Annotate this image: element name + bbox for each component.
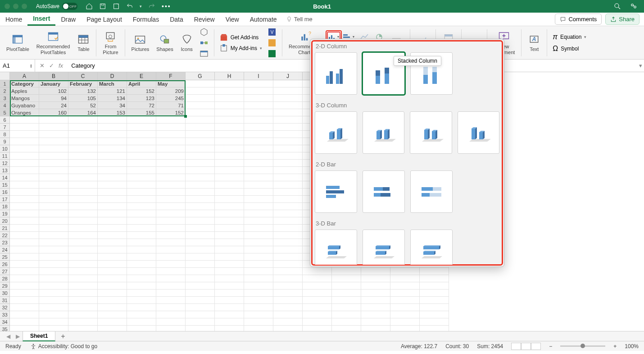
cell[interactable] — [10, 160, 39, 167]
cell[interactable] — [98, 311, 127, 318]
cell[interactable] — [127, 282, 156, 290]
cell[interactable] — [156, 116, 186, 124]
cancel-formula-icon[interactable]: ✕ — [40, 62, 45, 69]
cell[interactable] — [186, 109, 215, 116]
cell[interactable] — [98, 196, 127, 203]
row-header-28[interactable]: 28 — [0, 275, 10, 282]
cell[interactable] — [68, 196, 98, 203]
cell[interactable] — [273, 311, 303, 318]
cell[interactable] — [186, 131, 215, 138]
cell[interactable] — [68, 326, 98, 331]
cell[interactable] — [215, 109, 244, 116]
chart-option[interactable] — [363, 111, 405, 154]
cell[interactable] — [186, 95, 215, 102]
cell[interactable] — [10, 174, 39, 181]
cell[interactable] — [68, 282, 98, 290]
cell[interactable] — [332, 268, 361, 275]
cell[interactable] — [127, 261, 156, 268]
cell[interactable] — [215, 138, 244, 145]
cell[interactable] — [156, 225, 186, 232]
cell[interactable] — [215, 124, 244, 131]
cell[interactable] — [273, 318, 303, 326]
row-header-18[interactable]: 18 — [0, 203, 10, 210]
cell[interactable] — [186, 318, 215, 326]
cell[interactable] — [127, 311, 156, 318]
cell[interactable] — [156, 210, 186, 217]
cell[interactable] — [10, 210, 39, 217]
row-header-29[interactable]: 29 — [0, 282, 10, 290]
enter-formula-icon[interactable]: ✓ — [49, 62, 54, 69]
autosave-switch[interactable]: OFF — [62, 3, 77, 10]
cell[interactable] — [10, 318, 39, 326]
symbol-button[interactable]: Ω Symbol — [553, 45, 586, 53]
cell[interactable] — [273, 138, 303, 145]
cell[interactable] — [39, 239, 68, 246]
cell[interactable]: Guyabano — [10, 102, 39, 109]
cell[interactable] — [10, 152, 39, 160]
cell[interactable] — [361, 275, 390, 282]
cell[interactable] — [273, 152, 303, 160]
cell[interactable] — [10, 188, 39, 196]
maximize-window-icon[interactable] — [22, 4, 27, 9]
cell[interactable] — [127, 203, 156, 210]
chart-option[interactable] — [315, 170, 357, 213]
accessibility-status[interactable]: Accessibility: Good to go — [30, 343, 97, 349]
row-header-23[interactable]: 23 — [0, 239, 10, 246]
cell[interactable] — [390, 318, 420, 326]
cell[interactable] — [156, 174, 186, 181]
cell[interactable] — [390, 275, 420, 282]
cell[interactable] — [273, 102, 303, 109]
cell[interactable] — [244, 326, 273, 331]
cell[interactable] — [10, 304, 39, 311]
cell[interactable] — [68, 261, 98, 268]
row-header-21[interactable]: 21 — [0, 225, 10, 232]
cell[interactable] — [244, 261, 273, 268]
row-header-24[interactable]: 24 — [0, 246, 10, 253]
tab-insert[interactable]: Insert — [27, 13, 55, 26]
cell[interactable] — [186, 304, 215, 311]
cell[interactable] — [156, 311, 186, 318]
cell[interactable] — [215, 131, 244, 138]
zoom-slider[interactable] — [560, 345, 605, 347]
cell[interactable] — [68, 203, 98, 210]
cell[interactable] — [68, 145, 98, 152]
cell[interactable] — [244, 225, 273, 232]
cell[interactable] — [127, 225, 156, 232]
column-header-H[interactable]: H — [215, 72, 244, 80]
cell[interactable] — [68, 167, 98, 174]
cell[interactable] — [273, 268, 303, 275]
column-header-D[interactable]: D — [98, 72, 127, 80]
cell[interactable] — [186, 102, 215, 109]
cell[interactable] — [156, 152, 186, 160]
cell[interactable] — [215, 167, 244, 174]
cell[interactable] — [10, 225, 39, 232]
cell[interactable] — [215, 304, 244, 311]
cell[interactable] — [215, 275, 244, 282]
cell[interactable] — [244, 181, 273, 188]
comments-button[interactable]: Comments — [555, 14, 602, 25]
cell[interactable] — [215, 268, 244, 275]
cell[interactable]: Oranges — [10, 109, 39, 116]
my-addins-button[interactable]: My Add-ins ▾ — [220, 44, 262, 52]
row-header-16[interactable]: 16 — [0, 188, 10, 196]
3d-models-icon[interactable] — [200, 28, 209, 37]
cell[interactable] — [156, 304, 186, 311]
cell[interactable] — [215, 311, 244, 318]
cell[interactable]: January — [39, 80, 68, 87]
cell[interactable]: March — [98, 80, 127, 87]
cell[interactable] — [186, 297, 215, 304]
cell[interactable] — [10, 282, 39, 290]
cell[interactable] — [10, 131, 39, 138]
cell[interactable] — [68, 152, 98, 160]
cell[interactable] — [244, 253, 273, 261]
row-header-27[interactable]: 27 — [0, 268, 10, 275]
cell[interactable] — [98, 253, 127, 261]
cell[interactable]: 155 — [127, 109, 156, 116]
cell[interactable] — [273, 109, 303, 116]
column-header-B[interactable]: B — [39, 72, 68, 80]
cell[interactable] — [127, 174, 156, 181]
normal-view-button[interactable] — [511, 343, 521, 350]
cell[interactable] — [186, 290, 215, 297]
cell[interactable] — [244, 167, 273, 174]
cell[interactable] — [98, 181, 127, 188]
